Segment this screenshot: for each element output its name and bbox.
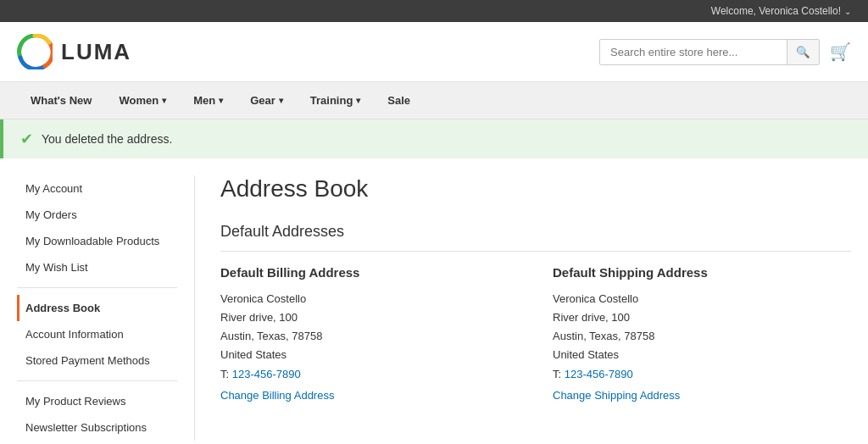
search-button[interactable]: 🔍 — [787, 40, 819, 64]
shipping-phone-label: T: — [553, 368, 561, 380]
sidebar-item-account-information[interactable]: Account Information — [17, 321, 177, 347]
shipping-address-lines: Veronica Costello River drive, 100 Austi… — [553, 290, 851, 364]
section-title: Default Addresses — [220, 223, 851, 252]
shipping-name: Veronica Costello — [553, 290, 851, 308]
alert-success: ✔ You deleted the address. — [0, 119, 868, 158]
sidebar: My Account My Orders My Downloadable Pro… — [17, 175, 195, 441]
shipping-street: River drive, 100 — [553, 308, 851, 327]
chevron-down-icon: ▾ — [356, 96, 360, 105]
chevron-down-icon: ▾ — [162, 96, 166, 105]
nav-item-women[interactable]: Women ▾ — [105, 82, 180, 119]
sidebar-item-my-product-reviews[interactable]: My Product Reviews — [17, 388, 177, 414]
welcome-text: Welcome, Veronica Costello! — [711, 5, 841, 17]
header-right: 🔍 🛒 — [599, 39, 851, 65]
change-billing-address-link[interactable]: Change Billing Address — [220, 389, 334, 402]
nav-item-men[interactable]: Men ▾ — [180, 82, 236, 119]
check-circle-icon: ✔ — [20, 130, 33, 148]
logo-text: LUMA — [61, 39, 131, 65]
page-title: Address Book — [220, 175, 851, 203]
billing-street: River drive, 100 — [220, 308, 519, 327]
billing-country: United States — [220, 346, 519, 364]
shipping-phone-link[interactable]: 123-456-7890 — [565, 368, 633, 380]
sidebar-divider-2 — [17, 380, 177, 381]
billing-address-type: Default Billing Address — [220, 265, 519, 280]
billing-address-lines: Veronica Costello River drive, 100 Austi… — [220, 290, 519, 364]
search-box: 🔍 — [599, 39, 820, 65]
chevron-down-icon: ▾ — [219, 96, 223, 105]
nav-item-whats-new[interactable]: What's New — [17, 82, 105, 119]
shipping-city: Austin, Texas, 78758 — [553, 327, 851, 346]
logo[interactable]: LUMA — [17, 34, 131, 69]
sidebar-item-stored-payment-methods[interactable]: Stored Payment Methods — [17, 347, 177, 374]
sidebar-item-my-wish-list[interactable]: My Wish List — [17, 254, 177, 280]
nav-item-training[interactable]: Training ▾ — [297, 82, 375, 119]
nav-item-gear[interactable]: Gear ▾ — [236, 82, 297, 119]
change-shipping-address-link[interactable]: Change Shipping Address — [553, 389, 680, 402]
addresses-grid: Default Billing Address Veronica Costell… — [220, 265, 851, 402]
shipping-address-type: Default Shipping Address — [553, 265, 851, 280]
sidebar-divider — [17, 287, 177, 288]
billing-phone-link[interactable]: 123-456-7890 — [232, 368, 301, 380]
nav-item-sale[interactable]: Sale — [374, 82, 424, 119]
cart-button[interactable]: 🛒 — [830, 42, 851, 62]
sidebar-item-my-account[interactable]: My Account — [17, 175, 177, 202]
sidebar-item-my-downloadable-products[interactable]: My Downloadable Products — [17, 228, 177, 254]
logo-icon — [17, 34, 53, 69]
billing-phone: T: 123-456-7890 — [220, 368, 519, 380]
search-input[interactable] — [600, 40, 787, 64]
billing-phone-label: T: — [220, 368, 229, 380]
shipping-address-block: Default Shipping Address Veronica Costel… — [553, 265, 851, 402]
top-bar: Welcome, Veronica Costello! ⌄ — [0, 0, 868, 22]
billing-address-block: Default Billing Address Veronica Costell… — [220, 265, 519, 402]
billing-name: Veronica Costello — [220, 290, 519, 308]
alert-message: You deleted the address. — [42, 132, 172, 146]
shipping-country: United States — [553, 346, 851, 364]
chevron-down-icon: ▾ — [279, 96, 283, 105]
sidebar-item-my-orders[interactable]: My Orders — [17, 202, 177, 228]
main-content: Address Book Default Addresses Default B… — [195, 175, 851, 441]
sidebar-item-newsletter-subscriptions[interactable]: Newsletter Subscriptions — [17, 414, 177, 441]
main-layout: My Account My Orders My Downloadable Pro… — [0, 158, 868, 444]
sidebar-item-address-book[interactable]: Address Book — [17, 295, 177, 321]
account-dropdown-icon[interactable]: ⌄ — [844, 7, 851, 16]
header: LUMA 🔍 🛒 — [0, 22, 868, 82]
shipping-phone: T: 123-456-7890 — [553, 368, 851, 380]
billing-city: Austin, Texas, 78758 — [220, 327, 519, 346]
main-nav: What's New Women ▾ Men ▾ Gear ▾ Training… — [0, 82, 868, 119]
